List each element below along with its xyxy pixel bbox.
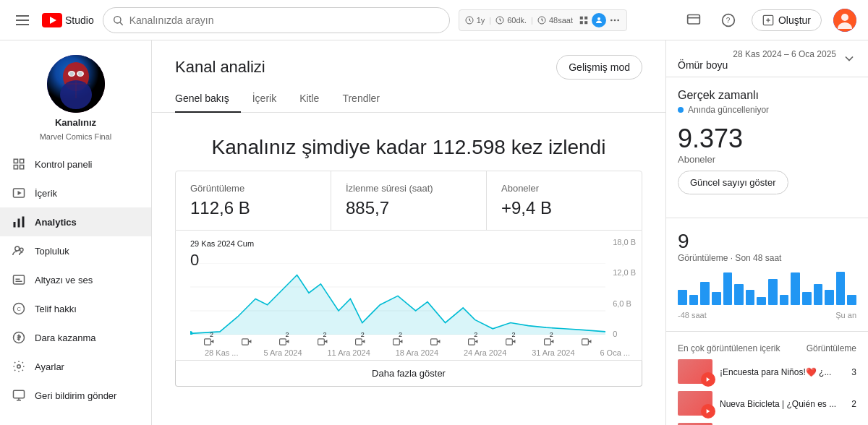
video-icon-8	[506, 337, 516, 347]
help-icon[interactable]: ?	[717, 9, 740, 32]
filter-48saat: 48saat	[549, 16, 573, 25]
svg-rect-60	[582, 339, 588, 345]
mini-bar-2	[700, 282, 710, 305]
tab-overview[interactable]: Genel bakış	[175, 85, 241, 113]
analytics-icon	[12, 215, 26, 229]
marker-count-0: 2	[210, 331, 213, 338]
tab-content[interactable]: İçerik	[252, 85, 288, 113]
dashboard-icon	[12, 157, 26, 171]
feedback-label: Geri bildirim gönder	[35, 390, 116, 401]
svg-point-14	[617, 19, 619, 21]
svg-rect-53	[318, 339, 324, 345]
sidebar-nav: Kontrol paneli İçerik Analytics Topluluk	[0, 150, 151, 410]
svg-rect-35	[14, 222, 16, 228]
svg-rect-54	[355, 339, 362, 345]
x-label-5: 31 Ara 2024	[532, 348, 574, 357]
chart-container: 29 Kas 2024 Cum 0 18,0 B 12,0 B 6,0 B 0	[175, 231, 642, 361]
community-icon	[12, 244, 26, 258]
svg-rect-37	[22, 217, 25, 228]
sidebar-item-feedback[interactable]: Geri bildirim gönder	[0, 381, 151, 410]
y-label-2: 6,0 B	[613, 299, 636, 308]
content-views-1: 2	[851, 399, 856, 409]
mini-bar-15	[847, 295, 856, 305]
show-more-button[interactable]: Daha fazla göster	[175, 361, 642, 387]
svg-point-26	[69, 72, 74, 76]
metric-watchtime-value: 885,7	[346, 198, 472, 218]
chevron-down-icon[interactable]	[842, 51, 856, 69]
avatar-small[interactable]	[592, 13, 606, 27]
messages-icon[interactable]	[682, 9, 705, 32]
youtube-studio-logo[interactable]: Studio	[42, 13, 94, 27]
tab-trends[interactable]: Trendler	[342, 85, 391, 113]
x-label-4: 24 Ara 2024	[464, 348, 506, 357]
mini-bar-5	[734, 284, 744, 305]
metric-watchtime-label: İzlenme süresi (saat)	[346, 183, 472, 194]
clock-icon-2	[495, 16, 504, 25]
sidebar-item-monetize[interactable]: Dara kazanma	[0, 323, 151, 352]
views-col-label: Görüntüleme	[807, 343, 856, 353]
tab-audience[interactable]: Kitle	[299, 85, 331, 113]
search-bar[interactable]	[103, 7, 450, 33]
chart-start-dot	[190, 331, 192, 335]
sidebar-item-analytics[interactable]: Analytics	[0, 207, 151, 236]
sidebar-item-content[interactable]: İçerik	[0, 179, 151, 207]
video-icon-1	[242, 337, 252, 347]
content-item-0[interactable]: ¡Encuesta para Niños!❤️ ¿... 3	[678, 359, 856, 385]
subscriber-count: 9.373	[678, 124, 856, 154]
mini-bar-3	[712, 292, 721, 305]
analytics-header: Kanal analizi Gelişmiş mod	[152, 40, 665, 80]
mini-bar-1	[689, 295, 699, 305]
subscriber-label: Aboneler	[678, 154, 856, 165]
filter-60dk: 60dk.	[507, 16, 527, 25]
metric-subscribers[interactable]: Aboneler +9,4 B	[487, 171, 642, 230]
stats-container: Kanalınız şimdiye kadar 112.598 kez izle…	[152, 124, 665, 387]
mini-bar-13	[825, 290, 834, 305]
chart-left-label: -48 saat	[678, 311, 707, 319]
marker-8: 2	[506, 337, 516, 347]
content-item-1[interactable]: Nueva Bicicleta | ¿Quién es ... 2	[678, 391, 856, 417]
svg-rect-50	[205, 339, 211, 345]
create-button[interactable]: Oluştur	[752, 9, 822, 31]
menu-icon[interactable]	[12, 11, 33, 30]
video-icon-4	[355, 337, 365, 347]
svg-point-13	[614, 19, 616, 21]
svg-rect-30	[20, 159, 24, 163]
date-range-text-wrapper: 28 Kas 2024 – 6 Oca 2025 Ömür boyu	[678, 49, 836, 71]
marker-count-2: 2	[285, 331, 289, 338]
sidebar-item-community[interactable]: Topluluk	[0, 236, 151, 265]
top-content-label: En çok görüntülenen içerik	[678, 343, 780, 353]
svg-point-20	[841, 14, 848, 21]
advanced-mode-button[interactable]: Gelişmiş mod	[556, 55, 642, 80]
search-input[interactable]	[129, 14, 441, 26]
sidebar-item-dashboard[interactable]: Kontrol paneli	[0, 150, 151, 179]
channel-avatar[interactable]	[47, 55, 105, 113]
svg-point-44	[17, 365, 21, 369]
mini-bar-11	[802, 292, 812, 305]
search-icon	[112, 14, 124, 26]
marker-count-4: 2	[361, 331, 365, 338]
svg-point-39	[20, 248, 24, 252]
realtime-title: Gerçek zamanlı	[678, 89, 856, 102]
sidebar-item-copyright[interactable]: C Telif hakkı	[0, 294, 151, 323]
dashboard-label: Kontrol paneli	[35, 159, 93, 170]
svg-line-3	[120, 22, 123, 25]
sidebar-item-subtitles[interactable]: Altyazı ve ses	[0, 265, 151, 294]
svg-rect-7	[580, 16, 583, 19]
mini-bar-10	[791, 272, 800, 305]
svg-rect-55	[393, 339, 400, 345]
metric-views[interactable]: Görüntüleme 112,6 B	[176, 171, 331, 230]
analytics-title: Kanal analizi	[175, 58, 265, 77]
thumbnail-stack-1	[678, 391, 714, 417]
sidebar-item-settings[interactable]: Ayarlar	[0, 352, 151, 381]
video-icon-2	[279, 337, 289, 347]
show-count-button[interactable]: Güncel sayıyı göster	[678, 171, 788, 194]
content-items-list: ¡Encuesta para Niños!❤️ ¿... 3 Nueva Bic…	[678, 359, 856, 425]
svg-rect-31	[14, 166, 17, 169]
svg-rect-29	[14, 159, 17, 163]
tabs-bar: Genel bakış İçerik Kitle Trendler	[152, 85, 665, 113]
more-icon[interactable]	[609, 14, 621, 26]
user-avatar[interactable]	[833, 9, 856, 32]
mini-bar-12	[814, 284, 823, 305]
marker-count-8: 2	[511, 331, 515, 338]
metric-watchtime[interactable]: İzlenme süresi (saat) 885,7	[331, 171, 487, 230]
